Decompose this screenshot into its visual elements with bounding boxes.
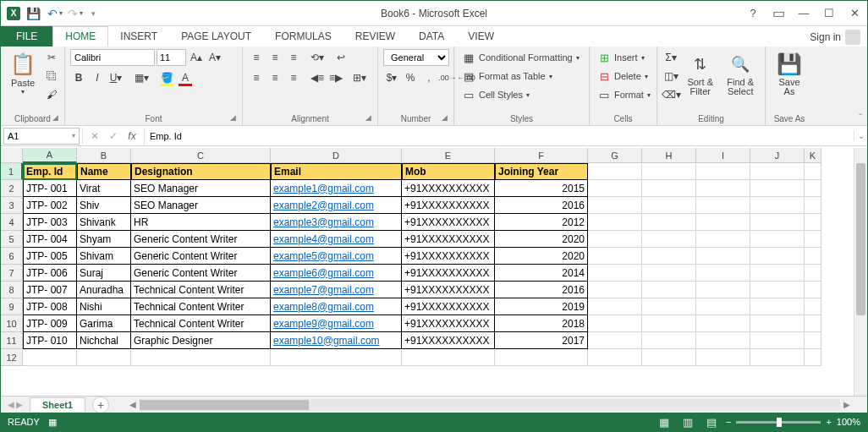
close-icon[interactable]: ✕ [842, 3, 867, 24]
cell-H8[interactable] [642, 282, 696, 298]
cell-styles-button[interactable]: ▭Cell Styles▾ [459, 86, 532, 103]
cell-D2[interactable]: example1@gmail.com [271, 180, 402, 197]
excel-icon[interactable]: X [4, 4, 23, 23]
tab-formulas[interactable]: FORMULAS [263, 26, 343, 46]
row-header-11[interactable]: 11 [1, 332, 23, 349]
cell-E2[interactable]: +91XXXXXXXXXX [402, 180, 495, 197]
align-middle-icon[interactable]: ≡ [266, 49, 283, 66]
row-header-7[interactable]: 7 [1, 265, 23, 282]
cell-J2[interactable] [750, 180, 805, 197]
cell-C7[interactable]: Generic Content Writer [131, 265, 271, 282]
row-header-5[interactable]: 5 [1, 231, 23, 248]
merge-icon[interactable]: ⊞▾ [351, 69, 368, 86]
cell-E9[interactable]: +91XXXXXXXXXX [402, 298, 495, 315]
cell-B11[interactable]: Nichchal [77, 332, 131, 349]
tab-file[interactable]: FILE [1, 26, 52, 46]
cell-A10[interactable]: JTP- 009 [23, 315, 77, 332]
cell-H9[interactable] [642, 298, 696, 315]
bold-icon[interactable]: B [70, 69, 87, 86]
minimize-icon[interactable]: — [791, 3, 816, 24]
cell-A1[interactable]: Emp. Id [23, 163, 77, 180]
number-format-select[interactable]: General [383, 49, 449, 66]
ribbon-display-icon[interactable]: ▭ [766, 3, 791, 24]
cell-C2[interactable]: SEO Manager [131, 180, 271, 197]
cell-C9[interactable]: Technical Content Writer [131, 298, 271, 315]
find-select-button[interactable]: 🔍Find & Select [721, 49, 760, 98]
select-all-corner[interactable] [1, 148, 23, 163]
cell-I12[interactable] [696, 349, 750, 366]
cell-G2[interactable] [588, 180, 642, 197]
border-icon[interactable]: ▦▾ [133, 69, 150, 86]
percent-icon[interactable]: % [402, 69, 419, 86]
cell-J3[interactable] [750, 197, 805, 214]
cell-F4[interactable]: 2012 [495, 214, 588, 231]
cell-F2[interactable]: 2015 [495, 180, 588, 197]
add-sheet-icon[interactable]: + [92, 396, 109, 413]
orientation-icon[interactable]: ⟲▾ [309, 49, 326, 66]
zoom-in-icon[interactable]: + [826, 417, 831, 427]
cell-D8[interactable]: example7@gmail.com [271, 282, 402, 298]
cell-K8[interactable] [805, 282, 821, 298]
cell-K1[interactable] [805, 163, 821, 180]
cell-E10[interactable]: +91XXXXXXXXXX [402, 315, 495, 332]
cell-F3[interactable]: 2016 [495, 197, 588, 214]
cell-C11[interactable]: Graphic Designer [131, 332, 271, 349]
autosum-icon[interactable]: Σ▾ [662, 49, 679, 66]
cell-J11[interactable] [750, 332, 805, 349]
cell-F1[interactable]: Joining Year [495, 163, 588, 180]
cell-J10[interactable] [750, 315, 805, 332]
cell-F6[interactable]: 2020 [495, 248, 588, 265]
cell-F5[interactable]: 2020 [495, 231, 588, 248]
page-break-view-icon[interactable]: ▤ [702, 414, 721, 429]
cell-J4[interactable] [750, 214, 805, 231]
cell-D5[interactable]: example4@gmail.com [271, 231, 402, 248]
cell-D4[interactable]: example3@gmail.com [271, 214, 402, 231]
scrollbar-thumb[interactable] [140, 400, 309, 410]
cell-C4[interactable]: HR [131, 214, 271, 231]
cell-G6[interactable] [588, 248, 642, 265]
cell-G9[interactable] [588, 298, 642, 315]
cell-K3[interactable] [805, 197, 821, 214]
cell-G8[interactable] [588, 282, 642, 298]
cell-A9[interactable]: JTP- 008 [23, 298, 77, 315]
cell-B8[interactable]: Anuradha [77, 282, 131, 298]
enter-formula-icon[interactable]: ✓ [105, 130, 122, 142]
cell-B10[interactable]: Garima [77, 315, 131, 332]
sheet-nav-next-icon[interactable]: ▶ [16, 400, 23, 409]
maximize-icon[interactable]: ☐ [816, 3, 842, 24]
collapse-ribbon-icon[interactable]: ˆ [859, 112, 862, 123]
delete-cells-button[interactable]: ⊟Delete▾ [595, 68, 651, 85]
row-header-4[interactable]: 4 [1, 214, 23, 231]
cell-A4[interactable]: JTP- 003 [23, 214, 77, 231]
format-cells-button[interactable]: ▭Format▾ [595, 86, 653, 103]
cell-F7[interactable]: 2014 [495, 265, 588, 282]
underline-icon[interactable]: U▾ [107, 69, 124, 86]
undo-dropdown[interactable]: ▾ [59, 9, 63, 17]
cell-I5[interactable] [696, 231, 750, 248]
cell-G4[interactable] [588, 214, 642, 231]
cell-F12[interactable] [495, 349, 588, 366]
normal-view-icon[interactable]: ▦ [655, 414, 673, 429]
accounting-icon[interactable]: $▾ [383, 69, 400, 86]
cell-D9[interactable]: example8@gmail.com [271, 298, 402, 315]
cell-D12[interactable] [271, 349, 402, 366]
name-box[interactable]: A1▾ [3, 128, 80, 145]
cell-A7[interactable]: JTP- 006 [23, 265, 77, 282]
help-icon[interactable]: ? [740, 3, 766, 24]
paste-button[interactable]: 📋 Paste ▾ [6, 49, 40, 97]
cell-H1[interactable] [642, 163, 696, 180]
cell-H5[interactable] [642, 231, 696, 248]
cell-K4[interactable] [805, 214, 821, 231]
cell-C5[interactable]: Generic Content Writer [131, 231, 271, 248]
cell-A5[interactable]: JTP- 004 [23, 231, 77, 248]
cell-D10[interactable]: example9@gmail.com [271, 315, 402, 332]
cell-D11[interactable]: example10@gmail.com [271, 332, 402, 349]
number-launcher-icon[interactable]: ◢ [442, 113, 452, 123]
cell-B7[interactable]: Suraj [77, 265, 131, 282]
cell-J7[interactable] [750, 265, 805, 282]
column-header-D[interactable]: D [271, 148, 402, 163]
cell-E8[interactable]: +91XXXXXXXXXX [402, 282, 495, 298]
clear-icon[interactable]: ⌫▾ [662, 86, 679, 103]
cell-F8[interactable]: 2016 [495, 282, 588, 298]
zoom-knob[interactable] [777, 418, 782, 427]
